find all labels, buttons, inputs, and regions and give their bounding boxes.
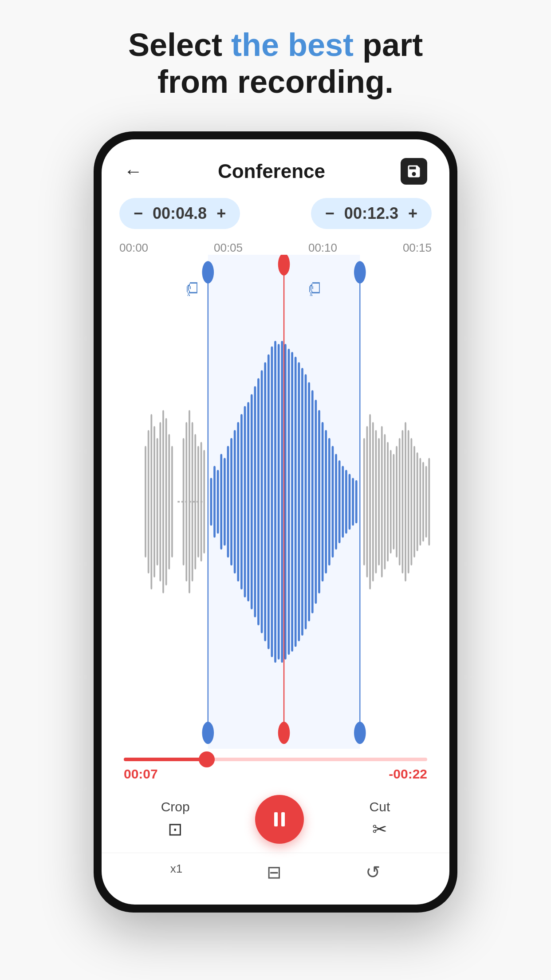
screen-title: Conference xyxy=(218,160,325,182)
svg-rect-50 xyxy=(274,340,276,662)
svg-rect-82 xyxy=(384,434,386,569)
crop-icon[interactable]: ⊡ xyxy=(168,819,183,839)
loop-nav-item[interactable]: ↺ xyxy=(366,862,381,882)
svg-rect-19 xyxy=(165,418,167,585)
svg-rect-46 xyxy=(261,370,263,633)
svg-rect-24 xyxy=(185,422,187,581)
ruler-15: 00:15 xyxy=(403,241,432,255)
headline-prefix: Select xyxy=(128,27,231,63)
svg-rect-42 xyxy=(247,402,249,601)
svg-rect-30 xyxy=(203,450,205,553)
svg-rect-85 xyxy=(393,454,394,549)
book-nav-item[interactable]: ⊟ xyxy=(267,862,282,882)
current-time: 00:07 xyxy=(124,767,158,782)
speed-nav-item[interactable]: x1 xyxy=(170,862,182,882)
svg-rect-61 xyxy=(311,390,314,613)
pause-icon xyxy=(269,809,290,830)
left-plus-btn[interactable]: + xyxy=(215,205,228,221)
svg-rect-57 xyxy=(298,362,300,641)
loop-icon: ↺ xyxy=(366,862,381,882)
top-bar: ← Conference xyxy=(102,139,449,194)
svg-rect-79 xyxy=(375,430,377,573)
crop-control[interactable]: Crop ⊡ xyxy=(161,799,190,839)
svg-rect-99 xyxy=(281,812,285,826)
svg-rect-33 xyxy=(217,470,219,533)
svg-rect-37 xyxy=(230,438,232,565)
svg-rect-58 xyxy=(301,368,303,636)
headline-highlight: the best xyxy=(231,27,354,63)
book-icon: ⊟ xyxy=(267,862,282,882)
svg-point-5 xyxy=(202,261,214,283)
svg-rect-78 xyxy=(372,422,374,581)
svg-rect-72 xyxy=(349,474,351,530)
left-time-value: 00:04.8 xyxy=(153,204,207,223)
svg-rect-88 xyxy=(401,430,403,573)
cut-icon[interactable]: ✂ xyxy=(372,819,387,839)
svg-rect-43 xyxy=(251,394,253,609)
svg-rect-27 xyxy=(194,434,196,569)
svg-text:🏷: 🏷 xyxy=(186,276,197,301)
svg-rect-12 xyxy=(145,446,146,557)
svg-rect-68 xyxy=(335,454,337,549)
ruler-10: 00:10 xyxy=(308,241,337,255)
svg-point-7 xyxy=(354,722,366,744)
svg-rect-21 xyxy=(171,446,173,557)
svg-rect-40 xyxy=(240,414,243,589)
svg-rect-98 xyxy=(274,812,278,826)
ruler-05: 00:05 xyxy=(214,241,243,255)
svg-rect-80 xyxy=(378,438,380,565)
svg-rect-23 xyxy=(183,438,185,565)
waveform-container[interactable]: 🏷 🏷 xyxy=(102,255,449,749)
svg-rect-77 xyxy=(369,414,371,589)
svg-rect-64 xyxy=(322,422,324,581)
left-minus-btn[interactable]: − xyxy=(132,205,145,221)
svg-rect-75 xyxy=(363,438,365,565)
svg-rect-31 xyxy=(210,478,213,526)
svg-rect-83 xyxy=(387,442,389,561)
right-plus-btn[interactable]: + xyxy=(406,205,419,221)
svg-rect-76 xyxy=(366,426,368,577)
svg-rect-65 xyxy=(325,430,327,573)
svg-rect-60 xyxy=(308,382,310,621)
right-minus-btn[interactable]: − xyxy=(323,205,336,221)
svg-rect-36 xyxy=(227,446,229,557)
left-time-pill: − 00:04.8 + xyxy=(119,198,240,229)
svg-rect-18 xyxy=(162,410,164,593)
headline: Select the best part from recording. xyxy=(93,27,458,100)
cut-control[interactable]: Cut ✂ xyxy=(370,799,390,839)
svg-rect-41 xyxy=(244,406,246,597)
svg-rect-15 xyxy=(153,426,155,577)
svg-point-10 xyxy=(278,722,290,744)
svg-rect-45 xyxy=(257,378,260,625)
controls-row: Crop ⊡ Cut ✂ xyxy=(102,786,449,848)
progress-track[interactable] xyxy=(124,758,427,761)
svg-rect-74 xyxy=(355,480,358,523)
svg-rect-93 xyxy=(417,452,418,551)
right-time-value: 00:12.3 xyxy=(344,204,398,223)
svg-rect-16 xyxy=(157,438,158,565)
svg-point-4 xyxy=(202,722,214,744)
svg-rect-71 xyxy=(345,470,347,533)
svg-rect-69 xyxy=(338,460,341,543)
phone-frame: ← Conference − 00:04.8 + − 00:12.3 + xyxy=(94,131,457,913)
back-button[interactable]: ← xyxy=(124,161,142,182)
crop-label: Crop xyxy=(161,799,190,814)
svg-rect-39 xyxy=(237,422,239,581)
remaining-time: -00:22 xyxy=(389,767,427,782)
save-button[interactable] xyxy=(401,158,427,185)
svg-rect-94 xyxy=(419,458,421,545)
svg-rect-29 xyxy=(201,442,202,561)
progress-thumb[interactable] xyxy=(199,751,215,767)
svg-rect-20 xyxy=(168,434,170,569)
svg-rect-26 xyxy=(192,422,193,581)
right-time-pill: − 00:12.3 + xyxy=(311,198,432,229)
cut-label: Cut xyxy=(370,799,390,814)
svg-rect-59 xyxy=(305,374,307,629)
svg-rect-62 xyxy=(315,399,317,604)
svg-rect-91 xyxy=(410,438,412,565)
pause-button[interactable] xyxy=(255,795,304,844)
svg-text:🏷: 🏷 xyxy=(308,276,320,301)
svg-rect-73 xyxy=(352,478,354,526)
svg-rect-32 xyxy=(213,466,216,537)
svg-rect-28 xyxy=(197,446,199,557)
